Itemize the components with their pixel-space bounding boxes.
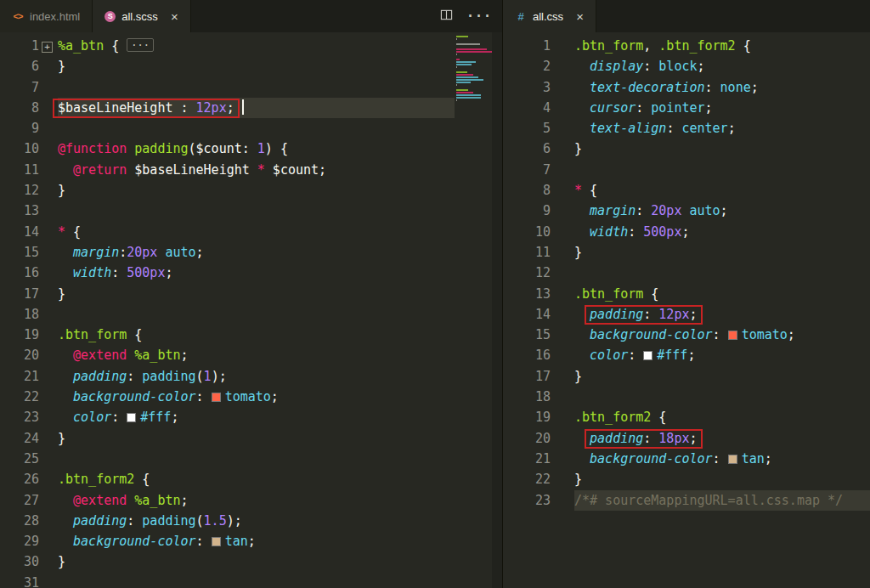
code-line[interactable]: 13.btn_form { bbox=[503, 284, 870, 304]
code-line[interactable]: 17} bbox=[503, 366, 870, 387]
code-line[interactable]: 19.btn_form { bbox=[0, 325, 455, 345]
code-token: ) { bbox=[265, 141, 288, 156]
fold-expand-icon[interactable]: + bbox=[42, 42, 53, 53]
code-line[interactable]: 10 width: 500px; bbox=[503, 222, 870, 242]
code-line[interactable]: 12} bbox=[0, 180, 455, 201]
code-token: .btn_form2 bbox=[658, 38, 735, 54]
code-line[interactable]: 20 @extend %a_btn; bbox=[0, 345, 455, 365]
code-token: padding bbox=[142, 513, 195, 529]
code-line[interactable]: 31 bbox=[0, 573, 455, 588]
close-tab-icon[interactable]: × bbox=[171, 10, 178, 23]
code-line[interactable]: 15 background-color: tomato; bbox=[503, 325, 870, 345]
fold-column bbox=[39, 284, 58, 304]
code-line[interactable]: 9 bbox=[0, 118, 455, 139]
code-line[interactable]: 13 bbox=[0, 201, 455, 221]
code-token: : bbox=[196, 534, 212, 549]
code-line[interactable]: 8$baseLineHeight : 12px; bbox=[0, 98, 455, 118]
tab-all-css[interactable]: # all.css × bbox=[503, 0, 596, 32]
code-line[interactable]: 2 display: block; bbox=[503, 56, 870, 76]
code-line[interactable]: 4 cursor: pointer; bbox=[503, 98, 870, 118]
line-number: 19 bbox=[0, 325, 39, 345]
code-token: ); bbox=[212, 369, 227, 384]
color-swatch[interactable] bbox=[728, 455, 737, 464]
code-line[interactable]: 14 padding: 12px; bbox=[503, 304, 870, 325]
scrollbar[interactable] bbox=[492, 32, 502, 588]
code-line[interactable]: 16 width: 500px; bbox=[0, 263, 455, 283]
code-token: .btn_form bbox=[574, 286, 643, 302]
code-line[interactable]: 22 background-color: tomato; bbox=[0, 387, 455, 407]
code-line[interactable]: 1.btn_form, .btn_form2 { bbox=[503, 36, 870, 56]
line-number: 16 bbox=[0, 263, 39, 283]
code-line[interactable]: 1+%a_btn { ··· bbox=[0, 36, 455, 56]
color-swatch[interactable] bbox=[728, 331, 737, 340]
tab-index-html[interactable]: <> index.html bbox=[0, 0, 93, 32]
code-line[interactable]: 24} bbox=[0, 428, 455, 449]
code-token: ; bbox=[196, 245, 204, 260]
code-line[interactable]: 30} bbox=[0, 551, 455, 572]
code-line[interactable]: 7 bbox=[0, 77, 455, 98]
code-lines-left: 1+%a_btn { ···6}78$baseLineHeight : 12px… bbox=[0, 36, 502, 588]
code-line[interactable]: 16 color: #fff; bbox=[503, 345, 870, 365]
code-line[interactable]: 11} bbox=[503, 242, 870, 263]
code-line[interactable]: 6} bbox=[0, 56, 455, 76]
code-line[interactable]: 5 text-align: center; bbox=[503, 118, 870, 139]
line-number: 2 bbox=[503, 56, 551, 76]
split-editor-icon[interactable] bbox=[440, 8, 453, 25]
code-line[interactable]: 8* { bbox=[503, 180, 870, 201]
color-swatch[interactable] bbox=[212, 537, 221, 546]
line-number: 29 bbox=[0, 531, 39, 551]
code-line[interactable]: 23/*# sourceMappingURL=all.css.map */ bbox=[503, 490, 870, 511]
code-line[interactable]: 25 bbox=[0, 449, 455, 469]
code-token: #fff bbox=[127, 410, 171, 425]
code-line[interactable]: 22} bbox=[503, 469, 870, 489]
code-line[interactable]: 20 padding: 18px; bbox=[503, 428, 870, 449]
tab-bar-left: <> index.html S all.scss × ··· bbox=[0, 0, 502, 32]
code-token: text-align bbox=[590, 121, 666, 136]
code-token: { bbox=[582, 183, 597, 198]
code-token bbox=[58, 410, 73, 425]
code-token: tan bbox=[212, 534, 248, 549]
code-line[interactable]: 27 @extend %a_btn; bbox=[0, 490, 455, 511]
code-token: , bbox=[643, 38, 658, 54]
code-line[interactable]: 6} bbox=[503, 139, 870, 159]
code-line[interactable]: 18 bbox=[0, 304, 455, 325]
code-line[interactable]: 9 margin: 20px auto; bbox=[503, 201, 870, 221]
code-line[interactable]: 14* { bbox=[0, 222, 455, 242]
code-line[interactable]: 21 padding: padding(1); bbox=[0, 366, 455, 387]
code-token: ; bbox=[165, 265, 172, 280]
color-swatch[interactable] bbox=[643, 351, 652, 360]
code-line[interactable]: 10@function padding($count: 1) { bbox=[0, 139, 455, 159]
close-tab-icon[interactable]: × bbox=[576, 10, 584, 23]
code-token: %a_btn bbox=[58, 38, 104, 54]
code-line[interactable]: 17} bbox=[0, 284, 455, 304]
color-swatch[interactable] bbox=[127, 413, 136, 422]
code-token: cursor bbox=[590, 100, 636, 116]
code-line[interactable]: 11 @return $baseLineHeight * $count; bbox=[0, 160, 455, 180]
code-token bbox=[574, 59, 590, 74]
code-line[interactable]: 3 text-decoration: none; bbox=[503, 77, 870, 98]
folded-code-ellipsis[interactable]: ··· bbox=[127, 38, 154, 52]
code-line[interactable]: 28 padding: padding(1.5); bbox=[0, 511, 455, 531]
code-token: } bbox=[58, 554, 65, 569]
code-line[interactable]: 15 margin:20px auto; bbox=[0, 242, 455, 263]
fold-column bbox=[551, 180, 574, 201]
color-swatch[interactable] bbox=[212, 393, 221, 402]
tab-all-scss[interactable]: S all.scss × bbox=[93, 0, 190, 32]
code-token: background-color bbox=[590, 327, 713, 342]
minimap[interactable] bbox=[455, 36, 492, 105]
code-line[interactable]: 29 background-color: tan; bbox=[0, 531, 455, 551]
line-number: 16 bbox=[503, 345, 551, 365]
code-token bbox=[58, 513, 73, 529]
code-line[interactable]: 7 bbox=[503, 160, 870, 180]
more-actions-icon[interactable]: ··· bbox=[466, 8, 492, 24]
code-line[interactable]: 21 background-color: tan; bbox=[503, 449, 870, 469]
code-line[interactable]: 12 bbox=[503, 263, 870, 283]
line-number: 25 bbox=[0, 449, 39, 469]
code-line[interactable]: 18 bbox=[503, 387, 870, 407]
code-line[interactable]: 26.btn_form2 { bbox=[0, 469, 455, 489]
line-number: 18 bbox=[503, 387, 551, 407]
fold-column bbox=[39, 304, 58, 325]
code-line[interactable]: 23 color: #fff; bbox=[0, 407, 455, 427]
code-token: 18px bbox=[658, 431, 689, 446]
code-line[interactable]: 19.btn_form2 { bbox=[503, 407, 870, 427]
